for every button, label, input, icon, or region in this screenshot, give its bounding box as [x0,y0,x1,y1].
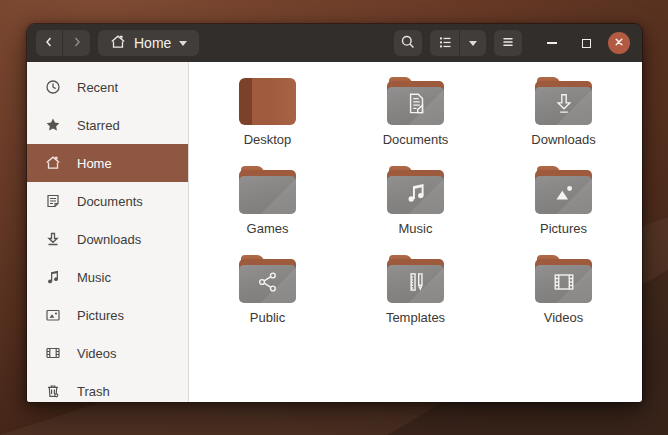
templates-emblem-icon [403,269,429,299]
sidebar-item-label: Videos [77,346,117,361]
file-item-music[interactable]: Music [342,166,490,236]
maximize-icon [582,39,591,48]
file-item-videos[interactable]: Videos [490,255,638,325]
titlebar: Home [27,24,642,62]
desktop-wallpaper: Home [0,0,668,435]
location-button[interactable]: Home [98,30,199,56]
music-emblem-icon [403,180,429,210]
file-label: Downloads [531,132,595,147]
sidebar-item-trash[interactable]: Trash [27,372,188,402]
menu-button[interactable] [494,30,522,56]
documents-icon [45,193,61,209]
location-label: Home [134,35,171,51]
folder-icon-templates [387,255,444,303]
home-icon [45,155,61,171]
sidebar-item-label: Documents [77,194,143,209]
folder-icon-pictures [535,166,592,214]
file-item-games[interactable]: Games [194,166,342,236]
image-emblem-icon [550,179,578,211]
folder-icon-downloads [535,77,592,125]
sidebar-item-videos[interactable]: Videos [27,334,188,372]
minimize-button[interactable] [540,31,564,55]
home-icon [110,34,126,53]
sidebar-item-recent[interactable]: Recent [27,68,188,106]
file-label: Videos [544,310,584,325]
close-icon [613,36,625,51]
sidebar-item-music[interactable]: Music [27,258,188,296]
sidebar-item-label: Music [77,270,111,285]
chevron-left-icon [41,34,57,53]
pictures-icon [45,307,61,323]
search-button[interactable] [394,30,422,56]
minimize-icon [547,42,557,44]
downloads-icon [45,231,61,247]
folder-icon-music [387,166,444,214]
navigation-buttons [36,30,90,56]
sidebar-item-documents[interactable]: Documents [27,182,188,220]
file-item-documents[interactable]: Documents [342,77,490,147]
sidebar-item-starred[interactable]: Starred [27,106,188,144]
sidebar: Recent Starred Home [27,62,189,402]
window-controls [540,31,630,55]
hamburger-menu-icon [500,34,516,53]
file-label: Documents [383,132,449,147]
file-label: Pictures [540,221,587,236]
file-item-templates[interactable]: Templates [342,255,490,325]
sidebar-item-label: Trash [77,384,110,399]
sidebar-item-label: Downloads [77,232,141,247]
recent-icon [45,79,61,95]
file-label: Games [247,221,289,236]
download-emblem-icon [551,91,577,121]
video-emblem-icon [550,268,578,300]
chevron-right-icon [69,34,85,53]
view-options-button[interactable] [460,30,486,56]
folder-icon-videos [535,255,592,303]
document-emblem-icon [403,91,429,121]
back-button[interactable] [36,30,63,56]
forward-button[interactable] [63,30,90,56]
window-body: Recent Starred Home [27,62,642,402]
folder-icon-public [239,255,296,303]
music-icon [45,269,61,285]
folder-icon-desktop [239,77,296,125]
file-label: Templates [386,310,445,325]
file-item-downloads[interactable]: Downloads [490,77,638,147]
list-view-icon [437,34,453,53]
file-item-desktop[interactable]: Desktop [194,77,342,147]
folder-icon-documents [387,77,444,125]
maximize-button[interactable] [574,31,598,55]
view-switcher [430,30,486,56]
file-label: Public [250,310,285,325]
sidebar-item-label: Recent [77,80,118,95]
starred-icon [45,117,61,133]
list-view-button[interactable] [430,30,460,56]
folder-icon-games [239,166,296,214]
trash-icon [45,383,61,399]
file-item-public[interactable]: Public [194,255,342,325]
files-window: Home [26,23,643,403]
chevron-down-icon [469,41,477,46]
sidebar-item-pictures[interactable]: Pictures [27,296,188,334]
sidebar-item-label: Starred [77,118,120,133]
search-icon [400,34,416,53]
file-label: Desktop [244,132,292,147]
file-view: Desktop Documents [189,62,642,402]
sidebar-item-label: Pictures [77,308,124,323]
chevron-down-icon [179,41,187,46]
videos-icon [45,345,61,361]
file-grid: Desktop Documents [189,77,642,325]
close-button[interactable] [608,32,630,54]
file-label: Music [399,221,433,236]
sidebar-item-label: Home [77,156,112,171]
share-emblem-icon [255,269,281,299]
sidebar-item-home[interactable]: Home [27,144,188,182]
file-item-pictures[interactable]: Pictures [490,166,638,236]
sidebar-item-downloads[interactable]: Downloads [27,220,188,258]
